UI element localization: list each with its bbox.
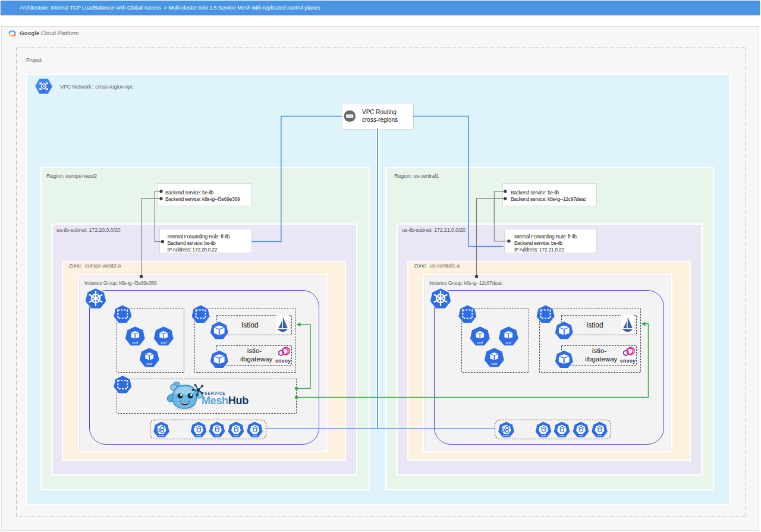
svg-text:MeshHub: MeshHub bbox=[202, 395, 249, 407]
